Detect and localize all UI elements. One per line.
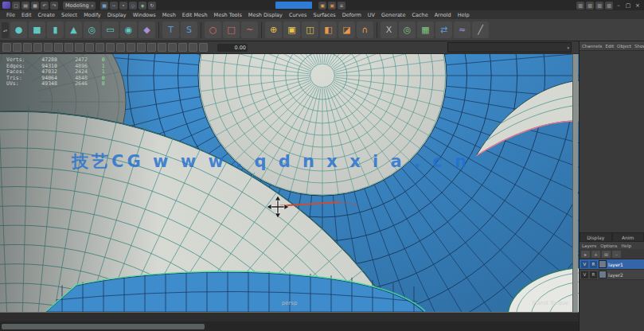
object-details-icon[interactable]	[158, 43, 166, 52]
film-gate-icon[interactable]	[85, 43, 94, 52]
close-button[interactable]: ×	[634, 2, 642, 10]
bookmark-icon[interactable]	[33, 43, 42, 52]
snap-plane-icon[interactable]: ◇	[129, 2, 137, 10]
viewport-scrollbar[interactable]	[572, 54, 578, 312]
shelf-poly-cube-icon[interactable]: ■	[29, 21, 45, 38]
layer-mode-icon[interactable]: ▸	[581, 251, 590, 258]
shelf-target-weld-icon[interactable]: ◎	[399, 21, 416, 38]
shelf-multi-cut-icon[interactable]: X	[381, 21, 397, 38]
layer-row[interactable]: V R layer1	[580, 259, 644, 270]
layer-display-type-toggle[interactable]: R	[590, 271, 597, 278]
channel-box-menu-item[interactable]: Show	[634, 44, 644, 49]
hud-icon[interactable]	[147, 43, 156, 52]
layer-editor-menu-item[interactable]: Layers	[582, 243, 596, 248]
shelf-boolean-union-icon[interactable]: ⊕	[265, 21, 282, 38]
range-slider[interactable]	[2, 324, 205, 329]
shelf-nurbs-circle-icon[interactable]: ○	[205, 21, 221, 38]
menu-set-dropdown[interactable]: Modeling ▾	[63, 2, 96, 10]
layer-visibility-toggle[interactable]: V	[581, 261, 588, 268]
channel-box-toggle-icon[interactable]: ▥	[605, 2, 613, 10]
redo-icon[interactable]: ↷	[50, 2, 58, 10]
snap-grid-icon[interactable]: ▦	[100, 2, 108, 10]
shelf-poly-sphere-icon[interactable]: ●	[10, 21, 27, 38]
shelf-poly-disc-icon[interactable]: ◉	[120, 21, 137, 38]
file-new-icon[interactable]: ▢	[12, 2, 20, 10]
shelf-platonic-solid-icon[interactable]: ◆	[139, 21, 155, 38]
lock-camera-icon[interactable]	[13, 43, 21, 52]
menu-item[interactable]: Mesh Tools	[211, 12, 245, 18]
layer-editor-tab[interactable]: Display	[580, 232, 612, 242]
shelf-poly-cylinder-icon[interactable]: ▮	[47, 21, 64, 38]
render-settings-icon[interactable]: ≡	[338, 2, 345, 10]
tool-settings-toggle-icon[interactable]: ▥	[595, 2, 603, 10]
menu-item[interactable]: File	[3, 12, 18, 18]
layer-display-type-toggle[interactable]: R	[590, 261, 597, 268]
menu-item[interactable]: Curves	[286, 12, 310, 18]
select-camera-icon[interactable]	[2, 43, 11, 52]
field-chart-icon[interactable]	[116, 43, 125, 52]
viewport-value-field[interactable]: 0.00	[217, 44, 248, 52]
new-empty-layer-icon[interactable]: +	[591, 251, 600, 258]
channel-box-menu-item[interactable]: Channels	[582, 44, 602, 49]
shelf-sweep-mesh-icon[interactable]: S	[181, 21, 197, 38]
layer-color-swatch[interactable]	[599, 271, 607, 278]
snap-point-icon[interactable]: •	[119, 2, 127, 10]
snap-curve-icon[interactable]: ~	[110, 2, 118, 10]
render-icon[interactable]: ▣	[318, 2, 326, 10]
wireframe-on-shaded-icon[interactable]	[189, 43, 197, 52]
shelf-nurbs-square-icon[interactable]: □	[223, 21, 240, 38]
shelf-poly-cone-icon[interactable]: ▲	[65, 21, 82, 38]
layer-editor-menu-item[interactable]: Options	[600, 243, 617, 248]
menu-item[interactable]: Mesh	[159, 12, 179, 18]
shelf-poly-plane-icon[interactable]: ▭	[102, 21, 119, 38]
time-slider[interactable]	[0, 312, 579, 321]
make-live-icon[interactable]: ◈	[139, 2, 146, 10]
menu-item[interactable]: Modify	[80, 12, 104, 18]
menu-item[interactable]: Edit Mesh	[179, 12, 211, 18]
undo-icon[interactable]: ↶	[41, 2, 49, 10]
shelf-crease-icon[interactable]: ╱	[472, 21, 489, 38]
channel-box-menu-item[interactable]: Edit	[605, 44, 614, 49]
shelf-bridge-icon[interactable]: ∩	[357, 21, 373, 38]
menu-item[interactable]: Edit	[18, 12, 35, 18]
textured-icon[interactable]	[199, 43, 208, 52]
menu-item[interactable]: Help	[455, 12, 473, 18]
shelf-combine-icon[interactable]: ▣	[283, 21, 300, 38]
layer-row[interactable]: V R layer2	[580, 270, 644, 280]
shelf-tab-arrows-icon[interactable]: ▴▾	[2, 22, 9, 38]
menu-item[interactable]: Generate	[378, 12, 408, 18]
quick-select-field[interactable]	[275, 2, 312, 9]
shelf-separate-icon[interactable]: ◫	[302, 21, 318, 38]
xray-icon[interactable]	[168, 43, 177, 52]
menu-item[interactable]: Arnold	[431, 12, 455, 18]
menu-item[interactable]: Deform	[339, 12, 365, 18]
shelf-extrude-icon[interactable]: ◧	[320, 21, 337, 38]
shelf-mirror-icon[interactable]: ⇄	[435, 21, 452, 38]
camera-attributes-icon[interactable]	[23, 43, 32, 52]
file-open-icon[interactable]: ▤	[21, 2, 29, 10]
layer-editor-tab[interactable]: Anim	[612, 232, 644, 242]
layer-visibility-toggle[interactable]: V	[581, 271, 588, 278]
menu-item[interactable]: Select	[58, 12, 80, 18]
attribute-editor-toggle-icon[interactable]: ▥	[586, 2, 594, 10]
gate-mask-icon[interactable]	[106, 43, 115, 52]
shelf-quad-draw-icon[interactable]: ▦	[417, 21, 434, 38]
xray-joints-icon[interactable]	[178, 43, 187, 52]
delete-layer-icon[interactable]: –	[612, 251, 621, 258]
menu-item[interactable]: Cache	[408, 12, 431, 18]
file-save-icon[interactable]: ▦	[31, 2, 39, 10]
image-plane-icon[interactable]	[44, 43, 53, 52]
workspace-icon[interactable]: ▥	[576, 2, 584, 10]
grid-icon[interactable]	[75, 43, 84, 52]
renderer-dropdown[interactable]: ▾	[447, 42, 572, 53]
menu-item[interactable]: Surfaces	[310, 12, 339, 18]
2d-pan-zoom-icon[interactable]	[54, 43, 63, 52]
menu-item[interactable]: Display	[104, 12, 130, 18]
shelf-bevel-icon[interactable]: ◪	[338, 21, 355, 38]
resolution-gate-icon[interactable]	[96, 43, 104, 52]
viewport-3d-scene[interactable]	[0, 54, 579, 312]
safe-title-icon[interactable]	[137, 43, 146, 52]
ipr-render-icon[interactable]: ▣	[328, 2, 336, 10]
new-layer-from-selected-icon[interactable]: ⊞	[602, 251, 611, 258]
menu-item[interactable]: Create	[34, 12, 58, 18]
